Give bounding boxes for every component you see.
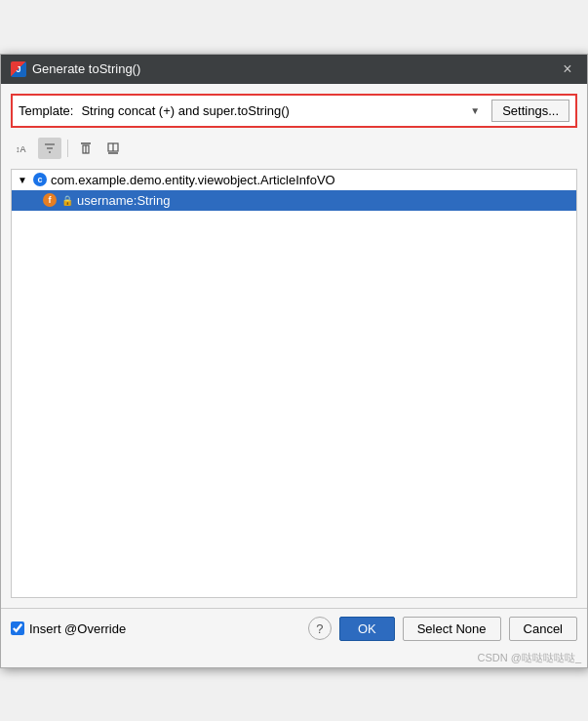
- sort-alpha-icon: ↕A: [16, 141, 29, 155]
- template-select-wrapper: String concat (+) and super.toString() ▼: [81, 103, 484, 118]
- help-button[interactable]: ?: [308, 617, 332, 640]
- toolbar-divider-1: [67, 140, 68, 157]
- align-top-icon: [79, 141, 93, 155]
- root-node-label: com.example.demo.entity.viewobject.Artic…: [51, 173, 335, 187]
- svg-rect-2: [47, 147, 53, 149]
- svg-rect-3: [49, 151, 51, 153]
- svg-rect-1: [45, 143, 55, 145]
- field-icon: f: [43, 193, 57, 207]
- dialog-body: Template: String concat (+) and super.to…: [1, 84, 587, 608]
- align-top-button[interactable]: [74, 138, 98, 159]
- template-select[interactable]: String concat (+) and super.toString(): [81, 103, 484, 118]
- sort-alpha-button[interactable]: ↕A: [11, 138, 34, 159]
- generate-tostring-dialog: J Generate toString() × Template: String…: [0, 54, 588, 668]
- class-icon: c: [33, 173, 47, 186]
- close-button[interactable]: ×: [558, 60, 577, 79]
- insert-override-checkbox[interactable]: [11, 621, 24, 635]
- toolbar: ↕A: [11, 136, 577, 161]
- settings-button[interactable]: Settings...: [491, 100, 569, 122]
- template-label: Template:: [19, 103, 73, 118]
- lock-icon: 🔒: [61, 195, 73, 206]
- filter-icon: [43, 141, 57, 155]
- cancel-button[interactable]: Cancel: [509, 617, 577, 641]
- select-none-button[interactable]: Select None: [403, 617, 501, 641]
- tree-root-node[interactable]: ▼ c com.example.demo.entity.viewobject.A…: [12, 170, 576, 190]
- title-bar: J Generate toString() ×: [1, 55, 587, 84]
- title-bar-left: J Generate toString(): [11, 61, 140, 77]
- tree-area[interactable]: ▼ c com.example.demo.entity.viewobject.A…: [11, 169, 577, 598]
- watermark: CSDN @哒哒哒哒哒_: [1, 649, 587, 667]
- align-bottom-icon: [106, 141, 120, 155]
- dialog-title: Generate toString(): [32, 61, 140, 76]
- template-row: Template: String concat (+) and super.to…: [11, 94, 577, 128]
- tree-child-node[interactable]: f 🔒 username:String: [12, 190, 576, 211]
- app-icon: J: [11, 61, 26, 77]
- footer: Insert @Override ? OK Select None Cancel: [1, 608, 587, 649]
- chevron-down-icon: ▼: [18, 175, 29, 185]
- align-bottom-button[interactable]: [101, 138, 125, 159]
- child-node-label: username:String: [77, 193, 170, 208]
- ok-button[interactable]: OK: [339, 617, 395, 641]
- svg-text:↕A: ↕A: [16, 144, 26, 154]
- checkbox-row: Insert @Override: [11, 621, 300, 636]
- filter-button[interactable]: [38, 138, 61, 159]
- insert-override-label: Insert @Override: [29, 621, 126, 636]
